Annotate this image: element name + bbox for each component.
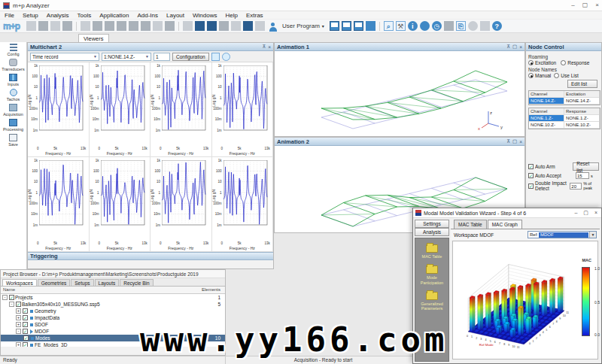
stop-icon[interactable]: [117, 21, 126, 31]
checkbox[interactable]: ✓: [528, 164, 534, 169]
display-icon[interactable]: [366, 21, 375, 31]
browser-tab-workspaces[interactable]: Workspaces: [2, 279, 37, 286]
menu-item-analysis[interactable]: Analysis: [47, 12, 69, 19]
table-icon[interactable]: [219, 21, 229, 31]
wizard-nav-mode-participation[interactable]: Mode Participation: [415, 265, 448, 285]
browser-tab-recycle-bin[interactable]: Recycle Bin: [120, 279, 153, 286]
pin-icon[interactable]: ⊼: [506, 44, 510, 50]
expander[interactable]: +: [16, 308, 21, 314]
checkbox[interactable]: ✓: [23, 335, 29, 341]
option-input[interactable]: 20: [570, 183, 582, 190]
edit-pen-icon[interactable]: [195, 21, 205, 31]
chart-count-input[interactable]: 1: [154, 53, 170, 61]
checkbox[interactable]: ✓: [9, 295, 14, 300]
clock-icon[interactable]: ◷: [432, 21, 442, 31]
menu-item-tools[interactable]: Tools: [78, 12, 92, 19]
close-icon[interactable]: ×: [519, 139, 522, 144]
pause-icon[interactable]: [105, 21, 114, 31]
minimize-button[interactable]: –: [571, 2, 574, 8]
sidebar-item-tachos[interactable]: Tachos: [0, 89, 26, 102]
expander[interactable]: -: [2, 295, 8, 300]
manual-radio[interactable]: [528, 73, 534, 78]
wizard-minimize-button[interactable]: –: [574, 210, 577, 216]
menu-item-add-ins[interactable]: Add-Ins: [137, 12, 158, 19]
mac-table-tab[interactable]: MAC Table: [454, 220, 487, 229]
frf-chart[interactable]: Log gNFrequency - Hz1k100101100m10m1m05k…: [212, 62, 274, 157]
option-input[interactable]: 15: [576, 172, 589, 179]
user-program-dropdown[interactable]: User Program▾: [282, 23, 324, 29]
calculator-icon[interactable]: [183, 21, 193, 31]
close-icon[interactable]: ×: [519, 44, 522, 50]
sidebar-item-transducers[interactable]: Transducers: [0, 59, 26, 71]
menu-item-application[interactable]: Application: [99, 12, 129, 19]
expander[interactable]: -: [16, 329, 21, 334]
expander[interactable]: +: [16, 342, 21, 347]
speaker-icon[interactable]: [243, 21, 253, 31]
menu-item-windows[interactable]: Windows: [193, 12, 217, 19]
tree-row-geometry[interactable]: +✓Geometry: [1, 308, 225, 314]
refresh-icon[interactable]: [222, 53, 230, 61]
mac-graph-tab[interactable]: MAC Graph: [488, 220, 522, 229]
configuration-button[interactable]: Configuration: [172, 53, 209, 61]
pin-icon[interactable]: ⊼: [262, 44, 266, 50]
channel-combo[interactable]: 1:NONE.14.Z-▼: [102, 53, 151, 61]
checkbox[interactable]: ✓: [23, 322, 28, 327]
maximize-icon[interactable]: ▢: [512, 138, 517, 144]
close-icon[interactable]: ×: [268, 44, 271, 50]
excitation-row[interactable]: NONE.14.Z-NONE.14.Z-: [529, 98, 600, 105]
display-config-icon[interactable]: [211, 53, 220, 61]
sidebar-item-save[interactable]: Save: [0, 134, 26, 147]
edit-list-button[interactable]: Edit list: [567, 80, 597, 88]
trash-icon[interactable]: [141, 21, 150, 31]
wizard-nav-mac-table[interactable]: MAC Table: [415, 244, 448, 259]
browser-tab-geometries[interactable]: Geometries: [38, 279, 71, 286]
menu-item-file[interactable]: File: [5, 12, 14, 19]
mountain-icon[interactable]: [444, 21, 454, 31]
notes-icon[interactable]: [255, 21, 265, 31]
sidebar-item-processing[interactable]: Processing: [0, 119, 26, 132]
triggering-header[interactable]: Triggering: [28, 252, 273, 260]
browser-tab-setups[interactable]: Setups: [71, 279, 93, 286]
analysis-side-tab[interactable]: Analysis: [415, 228, 449, 236]
mac-3d-chart[interactable]: 0123456789101101234567891011Ref ModeRe M…: [452, 241, 598, 359]
pin-icon[interactable]: ⊼: [506, 138, 510, 144]
sidebar-item-config[interactable]: Config: [0, 44, 26, 56]
excitation-radio[interactable]: [528, 60, 534, 65]
copy-document-icon[interactable]: [50, 21, 60, 31]
frf-chart[interactable]: Log gNFrequency - Hz1k100101100m10m1m05k…: [150, 157, 212, 252]
open-project-icon[interactable]: [38, 21, 48, 31]
menu-item-extras[interactable]: Extras: [246, 12, 263, 19]
door-switch-icon[interactable]: ⎘: [456, 21, 466, 31]
settings-side-tab[interactable]: Settings: [415, 220, 449, 228]
lock-icon[interactable]: [207, 21, 217, 31]
new-document-icon[interactable]: [26, 21, 36, 31]
signal-type-combo[interactable]: Time record▼: [30, 53, 99, 61]
tree-row-projects[interactable]: -✓Projects1: [1, 294, 225, 301]
wizard-maximize-button[interactable]: ▢: [583, 210, 588, 216]
maximize-icon[interactable]: ▢: [512, 44, 517, 50]
checkbox[interactable]: ✓: [528, 184, 534, 189]
use-list-radio[interactable]: [554, 73, 559, 78]
sidebar-item-inputs[interactable]: Inputs: [0, 74, 26, 86]
save-icon[interactable]: [62, 21, 72, 31]
reset-list-button[interactable]: Reset list: [573, 162, 599, 171]
monitor-signal-icon[interactable]: [354, 21, 363, 31]
wrench-icon[interactable]: ⚒: [396, 21, 406, 31]
configuration-list-icon[interactable]: [81, 21, 90, 31]
frf-chart[interactable]: Log gNFrequency - Hz1k100101100m10m1m05k…: [28, 62, 90, 157]
settings-lines-icon[interactable]: [231, 21, 241, 31]
sphere-icon[interactable]: [420, 21, 430, 31]
browser-tab-layouts[interactable]: Layouts: [95, 279, 120, 286]
close-button[interactable]: ×: [595, 2, 599, 8]
wizard-nav-generalized-parameters[interactable]: Generalized Parameters: [415, 292, 448, 311]
frf-chart[interactable]: Log gNFrequency - Hz1k100101100m10m1m05k…: [212, 157, 274, 252]
checkbox[interactable]: ✓: [16, 302, 21, 307]
frf-chart[interactable]: Log gNFrequency - Hz1k100101100m10m1m05k…: [90, 157, 151, 252]
checkbox[interactable]: ✓: [528, 173, 534, 178]
response-row[interactable]: NONE.10.Z-NONE.10.Z-: [529, 122, 600, 129]
frf-chart[interactable]: Log gNFrequency - Hz1k100101100m10m1m05k…: [90, 62, 151, 157]
maximize-button[interactable]: ▢: [582, 2, 588, 8]
response-radio[interactable]: [561, 60, 566, 65]
expander[interactable]: +: [16, 315, 21, 320]
checkbox[interactable]: ✓: [23, 329, 28, 334]
